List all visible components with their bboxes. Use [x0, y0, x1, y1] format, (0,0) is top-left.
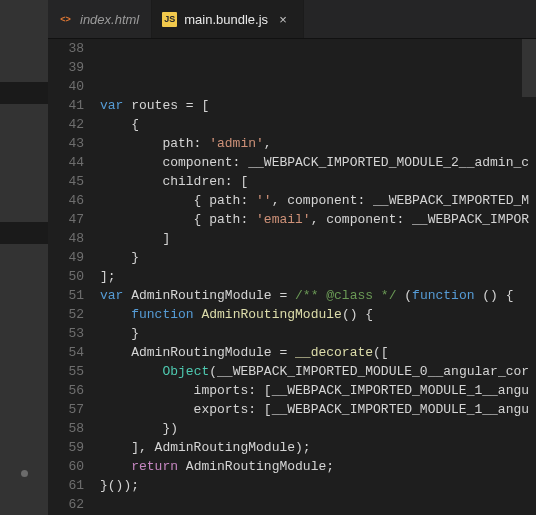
line-number: 50: [48, 267, 84, 286]
line-number: 41: [48, 96, 84, 115]
code-line: [100, 39, 536, 58]
line-number: 47: [48, 210, 84, 229]
line-number: 56: [48, 381, 84, 400]
code-line: }: [100, 324, 536, 343]
code-line: }): [100, 419, 536, 438]
code-line: path: 'admin',: [100, 134, 536, 153]
line-number: 43: [48, 134, 84, 153]
activity-bottom: [0, 470, 48, 477]
code-line: imports: [__WEBPACK_IMPORTED_MODULE_1__a…: [100, 381, 536, 400]
code-line: ], AdminRoutingModule);: [100, 438, 536, 457]
code-line: [100, 495, 536, 514]
line-number: 54: [48, 343, 84, 362]
tab-bar: <>index.htmlJSmain.bundle.js×: [48, 0, 536, 39]
code-line: exports: [__WEBPACK_IMPORTED_MODULE_1__a…: [100, 400, 536, 419]
line-number: 59: [48, 438, 84, 457]
activity-item-active[interactable]: [0, 82, 48, 104]
line-number-gutter: 3839404142434445464748495051525354555657…: [48, 39, 100, 515]
line-number: 52: [48, 305, 84, 324]
tab-active[interactable]: JSmain.bundle.js×: [152, 0, 304, 38]
code-line: var AdminRoutingModule = /** @class */ (…: [100, 286, 536, 305]
tab-label: main.bundle.js: [184, 12, 268, 27]
line-number: 62: [48, 495, 84, 514]
code-line: var routes = [: [100, 96, 536, 115]
code-line: AdminRoutingModule = __decorate([: [100, 343, 536, 362]
code-line: component: __WEBPACK_IMPORTED_MODULE_2__…: [100, 153, 536, 172]
code-line: function AdminRoutingModule() {: [100, 305, 536, 324]
code-pane[interactable]: var routes = [ { path: 'admin', componen…: [100, 39, 536, 515]
tab-inactive[interactable]: <>index.html: [48, 0, 152, 38]
activity-bar: [0, 0, 48, 515]
line-number: 48: [48, 229, 84, 248]
line-number: 44: [48, 153, 84, 172]
line-number: 39: [48, 58, 84, 77]
code-line: [100, 77, 536, 96]
code-line: }());: [100, 476, 536, 495]
scroll-thumb[interactable]: [522, 39, 536, 97]
line-number: 57: [48, 400, 84, 419]
code-line: ]: [100, 229, 536, 248]
js-icon: JS: [162, 12, 177, 27]
line-number: 61: [48, 476, 84, 495]
html-icon: <>: [58, 12, 73, 27]
unsaved-dot-icon: [21, 470, 28, 477]
line-number: 42: [48, 115, 84, 134]
code-line: children: [: [100, 172, 536, 191]
code-line: ];: [100, 267, 536, 286]
vertical-scrollbar[interactable]: [522, 39, 536, 515]
line-number: 40: [48, 77, 84, 96]
code-line: [100, 58, 536, 77]
code-line: Object(__WEBPACK_IMPORTED_MODULE_0__angu…: [100, 362, 536, 381]
line-number: 46: [48, 191, 84, 210]
activity-item-secondary[interactable]: [0, 222, 48, 244]
line-number: 49: [48, 248, 84, 267]
line-number: 45: [48, 172, 84, 191]
line-number: 38: [48, 39, 84, 58]
code-line: { path: 'email', component: __WEBPACK_IM…: [100, 210, 536, 229]
editor-root: <>index.htmlJSmain.bundle.js× 3839404142…: [0, 0, 536, 515]
tab-label: index.html: [80, 12, 139, 27]
line-number: 51: [48, 286, 84, 305]
line-number: 58: [48, 419, 84, 438]
code-line: {: [100, 115, 536, 134]
close-icon[interactable]: ×: [275, 12, 291, 27]
code-line: }: [100, 248, 536, 267]
line-number: 55: [48, 362, 84, 381]
editor-column: <>index.htmlJSmain.bundle.js× 3839404142…: [48, 0, 536, 515]
code-line: return AdminRoutingModule;: [100, 457, 536, 476]
line-number: 53: [48, 324, 84, 343]
code-line: { path: '', component: __WEBPACK_IMPORTE…: [100, 191, 536, 210]
line-number: 60: [48, 457, 84, 476]
editor-area[interactable]: 3839404142434445464748495051525354555657…: [48, 39, 536, 515]
